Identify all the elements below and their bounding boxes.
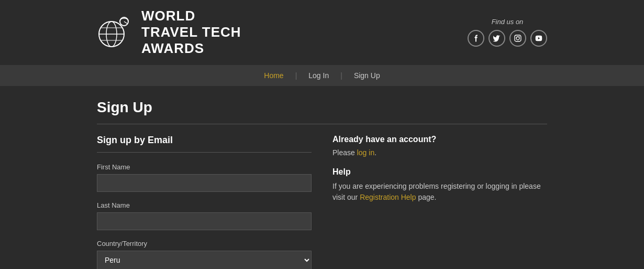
brand-name: WORLD TRAVEL TECH AWARDS — [141, 8, 241, 57]
header: WORLD TRAVEL TECH AWARDS Find us on — [0, 0, 644, 65]
nav-item-login[interactable]: Log In — [298, 65, 339, 86]
account-box: Already have an account? Please log in. — [332, 135, 547, 157]
svg-rect-7 — [515, 35, 521, 41]
help-text: If you are experiencing problems registe… — [332, 181, 547, 203]
help-title: Help — [332, 167, 547, 177]
nav-item-signup[interactable]: Sign Up — [343, 65, 391, 86]
nav-divider-2: | — [339, 71, 343, 80]
twitter-icon[interactable] — [488, 30, 505, 47]
first-name-input[interactable] — [97, 174, 312, 192]
facebook-icon[interactable] — [468, 30, 484, 47]
country-label: Country/Territory — [97, 240, 312, 248]
first-name-label: First Name — [97, 163, 312, 171]
account-title: Already have an account? — [332, 135, 547, 144]
nav-item-home[interactable]: Home — [253, 65, 294, 86]
page-title: Sign Up — [97, 99, 547, 124]
last-name-input[interactable] — [97, 212, 312, 230]
help-box: Help If you are experiencing problems re… — [332, 167, 547, 203]
svg-point-8 — [516, 37, 519, 40]
registration-help-link[interactable]: Registration Help — [360, 193, 416, 201]
last-name-group: Last Name — [97, 201, 312, 230]
find-us-label: Find us on — [492, 18, 524, 26]
account-text-before: Please — [332, 148, 357, 157]
country-select[interactable]: PeruAfghanistanAlbaniaAlgeriaAndorraAngo… — [97, 251, 312, 269]
navigation: Home | Log In | Sign Up — [0, 65, 644, 86]
last-name-label: Last Name — [97, 201, 312, 209]
account-text-after: . — [374, 148, 376, 157]
login-link[interactable]: log in — [357, 148, 374, 157]
account-text: Please log in. — [332, 148, 547, 157]
main-content: Sign Up Sign up by Email First Name Last… — [0, 99, 644, 269]
instagram-icon[interactable] — [509, 30, 526, 47]
svg-point-9 — [519, 36, 520, 37]
youtube-icon[interactable] — [530, 30, 547, 47]
logo-area: WORLD TRAVEL TECH AWARDS — [97, 8, 241, 57]
first-name-group: First Name — [97, 163, 312, 192]
country-group: Country/Territory PeruAfghanistanAlbania… — [97, 240, 312, 269]
svg-line-6 — [124, 21, 127, 24]
nav-divider-1: | — [294, 71, 298, 80]
info-section: Already have an account? Please log in. … — [332, 135, 547, 269]
signup-form-section: Sign up by Email First Name Last Name Co… — [97, 135, 312, 269]
content-area: Sign up by Email First Name Last Name Co… — [97, 135, 547, 269]
form-section-title: Sign up by Email — [97, 135, 312, 153]
social-icons-group — [468, 30, 547, 47]
help-text-after: page. — [416, 193, 437, 201]
social-area: Find us on — [468, 18, 547, 47]
logo-icon — [97, 14, 134, 51]
